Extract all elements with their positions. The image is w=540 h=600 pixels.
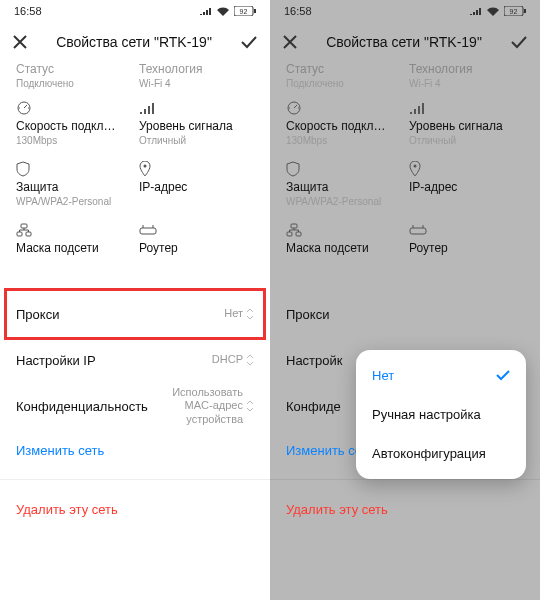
delete-network-link[interactable]: Удалить эту сеть	[286, 488, 524, 530]
network-icon	[286, 221, 401, 239]
svg-rect-10	[524, 9, 526, 13]
cell-security: Защита WPA/WPA2-Personal	[286, 160, 401, 207]
speed-icon	[286, 99, 401, 117]
shield-icon	[16, 160, 131, 178]
proxy-popup: Нет Ручная настройка Автоконфигурация	[356, 350, 526, 479]
cell-tech: Технология Wi-Fi 4	[139, 62, 254, 89]
screen-left: 16:58 92 Свойства сети "RTK-19" Статус П…	[0, 0, 270, 600]
status-icons: 92	[200, 6, 256, 16]
chevron-sort-icon	[246, 400, 254, 412]
delete-network-link[interactable]: Удалить эту сеть	[16, 488, 254, 530]
page-title: Свойства сети "RTK-19"	[38, 34, 230, 50]
cell-tech: Технология Wi-Fi 4	[409, 62, 524, 89]
chevron-sort-icon	[246, 354, 254, 366]
row-proxy[interactable]: Прокси	[286, 291, 524, 337]
popup-option-manual[interactable]: Ручная настройка	[356, 395, 526, 434]
status-time: 16:58	[284, 5, 312, 17]
svg-rect-1	[254, 9, 256, 13]
cell-status: Статус Подключено	[16, 62, 131, 89]
proxy-highlight: Прокси Нет	[4, 288, 266, 340]
svg-point-13	[414, 165, 417, 168]
network-icon	[16, 221, 131, 239]
check-icon	[496, 370, 510, 381]
cell-mask: Маска подсети	[286, 221, 401, 255]
close-icon[interactable]	[282, 34, 298, 50]
signal-bars-icon	[409, 99, 524, 117]
chevron-sort-icon	[246, 308, 254, 320]
confirm-icon[interactable]	[240, 35, 258, 49]
popup-option-auto[interactable]: Автоконфигурация	[356, 434, 526, 473]
status-bar: 16:58 92	[270, 0, 540, 22]
cell-signal: Уровень сигнала Отличный	[139, 99, 254, 146]
svg-point-4	[144, 165, 147, 168]
cell-speed: Скорость подкл… 130Mbps	[16, 99, 131, 146]
wifi-icon	[217, 7, 229, 16]
page-title: Свойства сети "RTK-19"	[308, 34, 500, 50]
cell-speed: Скорость подкл… 130Mbps	[286, 99, 401, 146]
svg-rect-6	[17, 232, 22, 236]
svg-text:92: 92	[240, 8, 248, 15]
speed-icon	[16, 99, 131, 117]
battery-icon: 92	[504, 6, 526, 16]
screen-right: 16:58 92 Свойства сети "RTK-19" Статус П…	[270, 0, 540, 600]
svg-rect-14	[291, 224, 297, 228]
popup-option-none[interactable]: Нет	[356, 356, 526, 395]
wifi-icon	[487, 7, 499, 16]
router-icon	[409, 221, 524, 239]
cell-ip: IP-адрес	[409, 160, 524, 207]
signal-bars-icon	[139, 99, 254, 117]
status-icons: 92	[470, 6, 526, 16]
svg-rect-7	[26, 232, 31, 236]
cell-ip: IP-адрес	[139, 160, 254, 207]
battery-icon: 92	[234, 6, 256, 16]
cell-router: Роутер	[139, 221, 254, 255]
svg-text:92: 92	[510, 8, 518, 15]
status-time: 16:58	[14, 5, 42, 17]
title-bar: Свойства сети "RTK-19"	[270, 22, 540, 62]
row-privacy[interactable]: Конфиденциальность Использовать MAC-адре…	[16, 383, 254, 429]
cell-security: Защита WPA/WPA2-Personal	[16, 160, 131, 207]
svg-rect-15	[287, 232, 292, 236]
status-bar: 16:58 92	[0, 0, 270, 22]
content: Статус Подключено Технология Wi-Fi 4 Ско…	[270, 62, 540, 600]
cell-mask: Маска подсети	[16, 221, 131, 255]
router-icon	[139, 221, 254, 239]
edit-network-link[interactable]: Изменить сеть	[16, 429, 254, 471]
svg-rect-16	[296, 232, 301, 236]
svg-rect-8	[140, 228, 156, 234]
confirm-icon[interactable]	[510, 35, 528, 49]
content: Статус Подключено Технология Wi-Fi 4 Ско…	[0, 62, 270, 600]
cell-signal: Уровень сигнала Отличный	[409, 99, 524, 146]
cell-status: Статус Подключено	[286, 62, 401, 89]
signal-icon	[200, 7, 212, 15]
shield-icon	[286, 160, 401, 178]
location-icon	[409, 160, 524, 178]
cell-router: Роутер	[409, 221, 524, 255]
row-proxy[interactable]: Прокси Нет	[16, 291, 254, 337]
svg-rect-17	[410, 228, 426, 234]
title-bar: Свойства сети "RTK-19"	[0, 22, 270, 62]
close-icon[interactable]	[12, 34, 28, 50]
signal-icon	[470, 7, 482, 15]
svg-rect-5	[21, 224, 27, 228]
row-ip-settings[interactable]: Настройки IP DHCP	[16, 337, 254, 383]
location-icon	[139, 160, 254, 178]
